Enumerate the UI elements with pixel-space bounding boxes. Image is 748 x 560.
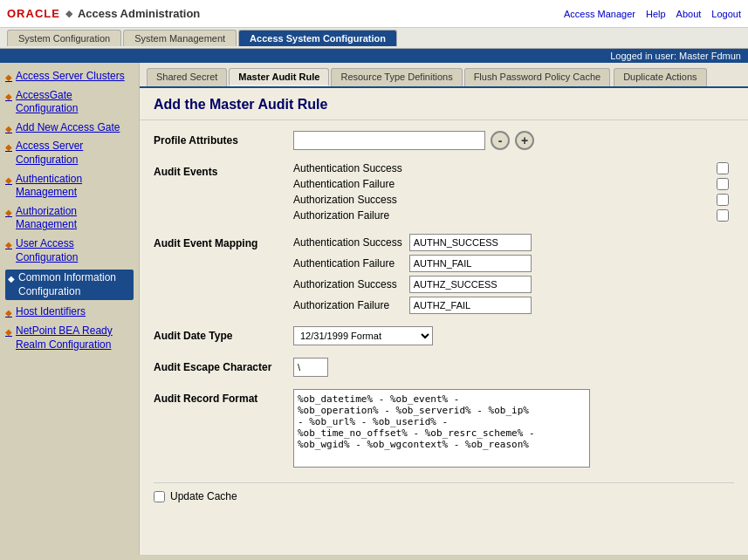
sidebar-item-authentication-management[interactable]: ◆ Authentication Management — [5, 173, 134, 200]
mapping-authz-failure-input[interactable] — [409, 297, 532, 314]
system-configuration-tab[interactable]: System Configuration — [7, 30, 121, 46]
system-management-tab[interactable]: System Management — [123, 30, 237, 46]
sidebar: ◆ Access Server Clusters ◆ AccessGate Co… — [0, 63, 140, 555]
audit-date-type-select[interactable]: 12/31/1999 Format Other Format — [293, 326, 433, 345]
sidebar-item-add-new-access-gate[interactable]: ◆ Add New Access Gate — [5, 121, 134, 135]
sidebar-item-accessgate-configuration[interactable]: ◆ AccessGate Configuration — [5, 89, 134, 116]
about-link[interactable]: About — [676, 9, 702, 19]
audit-escape-char-row: Audit Escape Character — [154, 358, 734, 377]
mapping-authn-failure-label: Authentication Failure — [293, 257, 402, 270]
header-left: ORACLE ◆ Access Administration — [7, 7, 200, 20]
audit-event-authz-success-checkbox[interactable] — [717, 194, 729, 206]
plus-button[interactable]: + — [515, 131, 534, 150]
access-system-config-tab[interactable]: Access System Configuration — [238, 30, 397, 46]
audit-date-type-content: 12/31/1999 Format Other Format — [293, 326, 734, 345]
profile-attributes-content: - + — [293, 131, 734, 150]
profile-attributes-label: Profile Attributes — [154, 131, 293, 147]
audit-record-format-content — [293, 389, 734, 470]
resource-type-definitions-tab[interactable]: Resource Type Definitions — [331, 68, 462, 86]
shared-secret-tab[interactable]: Shared Secret — [147, 68, 227, 86]
audit-events-row: Audit Events Authentication Success Auth… — [154, 162, 734, 222]
mapping-authn-failure-input[interactable] — [409, 255, 532, 272]
bullet-icon: ◆ — [5, 307, 12, 318]
content-area: Shared Secret Master Audit Rule Resource… — [140, 63, 748, 555]
audit-event-authz-failure-checkbox[interactable] — [717, 209, 729, 222]
mapping-authz-success-input[interactable] — [409, 276, 532, 293]
sidebar-item-common-information-configuration[interactable]: ◆ Common Information Configuration — [5, 270, 134, 300]
sidebar-item-authorization-management[interactable]: ◆ Authorization Management — [5, 205, 134, 232]
audit-record-format-row: Audit Record Format — [154, 389, 734, 470]
duplicate-actions-tab[interactable]: Duplicate Actions — [614, 68, 706, 86]
sidebar-item-access-server-configuration[interactable]: ◆ Access Server Configuration — [5, 140, 134, 167]
help-link[interactable]: Help — [646, 9, 666, 19]
sidebar-item-host-identifiers[interactable]: ◆ Host Identifiers — [5, 305, 134, 319]
profile-attributes-input[interactable] — [293, 131, 485, 150]
profile-attributes-row: Profile Attributes - + — [154, 131, 734, 150]
mapping-authz-failure-label: Authorization Failure — [293, 299, 402, 311]
mapping-authn-success-label: Authentication Success — [293, 236, 402, 249]
bullet-icon: ◆ — [5, 207, 12, 218]
bullet-icon: ◆ — [5, 174, 12, 186]
update-cache-row: Update Cache — [154, 482, 734, 502]
sidebar-item-access-server-clusters[interactable]: ◆ Access Server Clusters — [5, 70, 134, 84]
audit-event-authn-failure-checkbox[interactable] — [717, 178, 729, 190]
update-cache-checkbox[interactable] — [154, 491, 165, 502]
top-header: ORACLE ◆ Access Administration Access Ma… — [0, 0, 748, 28]
mapping-authz-success-label: Authorization Success — [293, 278, 402, 290]
minus-button[interactable]: - — [491, 131, 510, 150]
audit-event-authn-success-label: Authentication Success — [293, 162, 710, 174]
sidebar-item-user-access-configuration[interactable]: ◆ User Access Configuration — [5, 237, 134, 264]
oracle-logo: ORACLE — [7, 7, 60, 20]
audit-event-mapping-row: Audit Event Mapping Authentication Succe… — [154, 234, 734, 314]
user-bar: Logged in user: Master Fdmun — [0, 49, 748, 63]
audit-record-format-label: Audit Record Format — [154, 389, 293, 405]
audit-record-format-textarea[interactable] — [293, 389, 590, 468]
sub-tabs: Shared Secret Master Audit Rule Resource… — [140, 63, 748, 88]
audit-events-grid: Authentication Success Authentication Fa… — [293, 162, 734, 222]
update-cache-label: Update Cache — [170, 490, 237, 502]
audit-escape-char-input[interactable] — [293, 358, 328, 377]
top-nav-links: Access Manager Help About Logout — [564, 9, 741, 19]
bullet-icon: ◆ — [5, 72, 12, 83]
audit-date-type-row: Audit Date Type 12/31/1999 Format Other … — [154, 326, 734, 345]
logout-link[interactable]: Logout — [711, 9, 741, 19]
app-title: Access Administration — [78, 7, 200, 20]
bullet-icon: ◆ — [5, 141, 12, 153]
bullet-icon: ◆ — [8, 273, 15, 284]
bullet-icon: ◆ — [5, 326, 12, 338]
audit-event-mapping-label: Audit Event Mapping — [154, 234, 293, 249]
audit-event-authn-success-checkbox[interactable] — [717, 162, 729, 174]
form-area: Profile Attributes - + Audit Events Auth… — [140, 120, 748, 513]
audit-escape-char-label: Audit Escape Character — [154, 358, 293, 373]
nav-bar: System Configuration System Management A… — [0, 28, 748, 49]
main-layout: ◆ Access Server Clusters ◆ AccessGate Co… — [0, 63, 748, 555]
audit-mapping-grid: Authentication Success Authentication Fa… — [293, 234, 734, 314]
audit-event-authz-failure-label: Authorization Failure — [293, 209, 710, 222]
access-manager-link[interactable]: Access Manager — [564, 9, 635, 19]
audit-date-type-label: Audit Date Type — [154, 326, 293, 342]
page-title: Add the Master Audit Rule — [140, 88, 748, 120]
bullet-icon: ◆ — [5, 239, 12, 250]
bullet-icon: ◆ — [5, 123, 12, 134]
audit-event-authn-failure-label: Authentication Failure — [293, 178, 710, 190]
audit-events-content: Authentication Success Authentication Fa… — [293, 162, 734, 222]
sidebar-item-netpoint-bea-config[interactable]: ◆ NetPoint BEA Ready Realm Configuration — [5, 324, 134, 352]
master-audit-rule-tab[interactable]: Master Audit Rule — [229, 68, 329, 86]
audit-escape-char-content — [293, 358, 734, 377]
flush-password-policy-cache-tab[interactable]: Flush Password Policy Cache — [464, 68, 611, 86]
audit-events-label: Audit Events — [154, 162, 293, 178]
audit-mapping-content: Authentication Success Authentication Fa… — [293, 234, 734, 314]
mapping-authn-success-input[interactable] — [409, 234, 532, 251]
audit-event-authz-success-label: Authorization Success — [293, 194, 710, 206]
bullet-icon: ◆ — [5, 91, 12, 102]
